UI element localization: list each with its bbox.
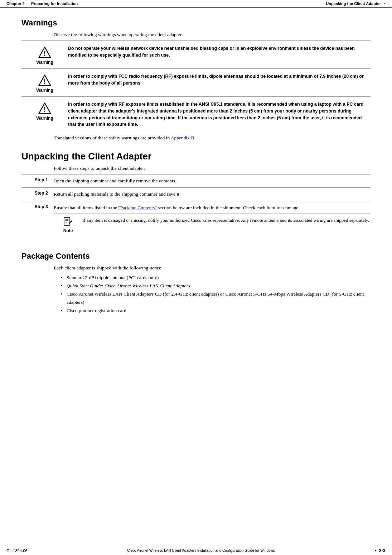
appendix-b-link[interactable]: Appendix B [171,135,194,140]
warning-label-1: Warning [36,60,53,65]
package-list: Standard 2-dBi dipole antenna (PCI cards… [61,274,371,315]
footer-center: Cisco Aironet Wireless LAN Client Adapte… [28,549,375,552]
warnings-section: Warnings Observe the following warnings … [21,18,371,141]
step-label-1: Step 1 [21,174,54,188]
list-item-2-text: Quick Start Guide: Cisco Aironet Wireles… [67,283,190,288]
footer-left: OL-1394-06 [6,549,28,553]
header-section: Preparing for Installation [31,1,78,6]
warnings-title: Warnings [21,18,371,28]
warning-icon-col-1: ! Warning [21,45,68,65]
note-text: If any item is damaged or missing, notif… [82,217,371,224]
page-footer: OL-1394-06 Cisco Aironet Wireless LAN Cl… [0,546,392,555]
step-content-2: Return all packing materials to the ship… [54,188,371,201]
translated-text: Translated versions of these safety warn… [54,135,371,141]
warning-triangle-icon-2: ! [38,74,51,87]
section-separator [21,241,371,248]
warning-block-2: ! Warning In order to comply with FCC ra… [21,68,371,96]
unpacking-intro: Follow these steps to unpack the client … [54,166,371,171]
package-contents-link[interactable]: "Package Contents" [118,205,156,210]
warning-icon-col-2: ! Warning [21,73,68,93]
warning-icon-col-3: ! Warning [21,101,68,121]
step-content-3: Ensure that all items listed in the "Pac… [54,201,371,237]
footer-right: ▪ 2-3 [374,548,386,553]
step-label-3: Step 3 [21,201,54,237]
step3-text-suffix: section below are included in the shipme… [157,205,300,210]
warning-text-1: Do not operate your wireless network dev… [68,45,371,59]
warning-label-2: Warning [36,88,53,93]
svg-text:!: ! [44,106,46,113]
list-item-4-text: Cisco product registration card [67,308,126,313]
step-label-2: Step 2 [21,188,54,201]
step3-text-prefix: Ensure that all items listed in the [54,205,118,210]
note-block: Note If any item is damaged or missing, … [54,214,371,234]
warnings-intro: Observe the following warnings when oper… [54,32,371,38]
header-left: Chapter 2 Preparing for Installation [6,1,78,6]
step-row-2: Step 2 Return all packing materials to t… [21,188,371,201]
package-intro: Each client adapter is shipped with the … [54,265,371,271]
list-item-2: Quick Start Guide: Cisco Aironet Wireles… [61,282,371,290]
warning-triangle-icon-1: ! [38,46,51,59]
note-icon-col: Note [54,217,82,234]
header-page-section: Unpacking the Client Adapter [326,1,381,6]
unpacking-title: Unpacking the Client Adapter [21,151,371,162]
package-title: Package Contents [21,252,371,261]
main-content: Warnings Observe the following warnings … [0,8,392,343]
list-item-3: Cisco Aironet Wireless LAN Client Adapte… [61,290,371,307]
unpacking-section: Unpacking the Client Adapter Follow thes… [21,151,371,237]
list-item-3-text: Cisco Aironet Wireless LAN Client Adapte… [67,291,364,305]
steps-table: Step 1 Open the shipping container and c… [21,174,371,237]
warning-text-2: In order to comply with FCC radio freque… [68,73,371,87]
note-label: Note [63,228,73,234]
header-chapter: Chapter 2 [6,1,25,6]
list-item-4: Cisco product registration card [61,307,371,315]
svg-text:!: ! [44,78,46,85]
warning-text-3: In order to comply with RF exposure limi… [68,101,371,128]
svg-text:!: ! [44,50,46,57]
svg-rect-6 [64,217,70,225]
list-item-1: Standard 2-dBi dipole antenna (PCI cards… [61,274,371,282]
translated-prefix: Translated versions of these safety warn… [54,135,171,140]
page-header: Chapter 2 Preparing for Installation Unp… [0,0,392,8]
step-content-1: Open the shipping container and carefull… [54,174,371,188]
warning-triangle-icon-3: ! [38,102,51,115]
warning-label-3: Warning [36,116,53,121]
step-row-3: Step 3 Ensure that all items listed in t… [21,201,371,237]
step-row-1: Step 1 Open the shipping container and c… [21,174,371,188]
warning-block-3: ! Warning In order to comply with RF exp… [21,96,371,131]
warning-block-1: ! Warning Do not operate your wireless n… [21,40,371,68]
note-pencil-icon [63,217,73,227]
header-right: Unpacking the Client Adapter ▪ [326,1,386,6]
translated-suffix: . [194,135,195,140]
list-item-1-text: Standard 2-dBi dipole antenna (PCI cards… [67,275,159,280]
package-section: Package Contents Each client adapter is … [21,252,371,315]
warnings-list: ! Warning Do not operate your wireless n… [21,40,371,131]
